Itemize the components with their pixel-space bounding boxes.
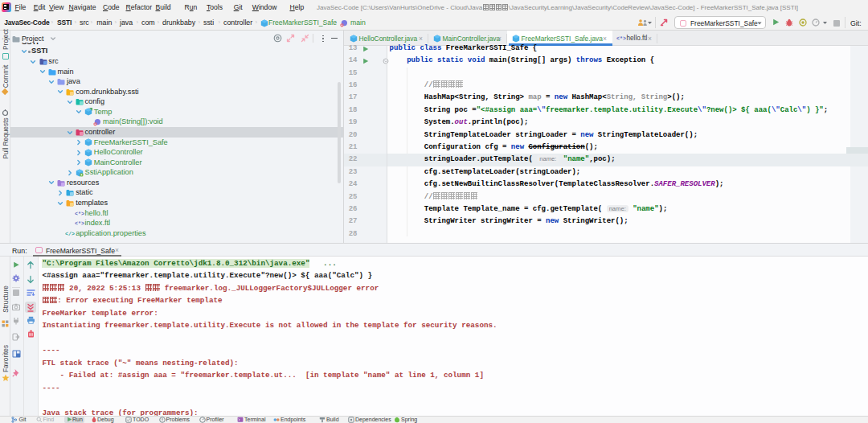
svg-text:<*>: <*> xyxy=(75,221,84,227)
svg-text:<*>: <*> xyxy=(75,212,84,217)
svg-text:<*>: <*> xyxy=(616,36,626,42)
svg-text:</>: </> xyxy=(65,232,75,237)
